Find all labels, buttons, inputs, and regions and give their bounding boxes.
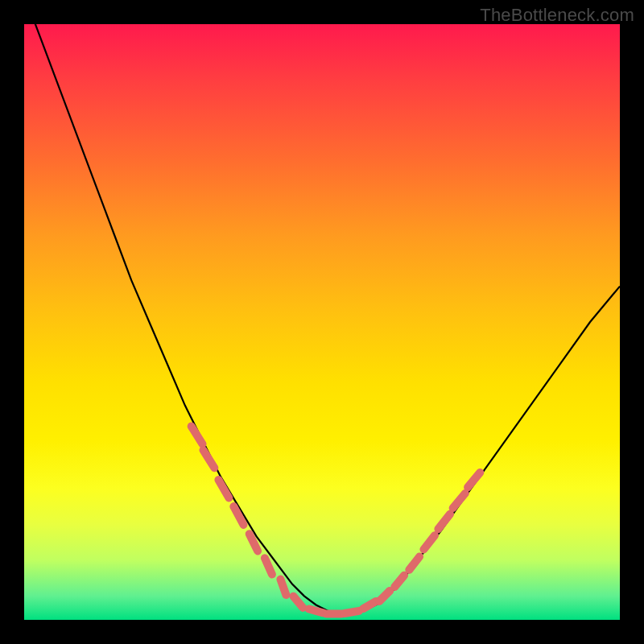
- curve-marker: [204, 450, 215, 468]
- bottleneck-chart: [24, 24, 620, 620]
- curve-marker: [280, 580, 286, 595]
- watermark-text: TheBottleneck.com: [480, 5, 634, 26]
- curve-marker: [468, 473, 480, 487]
- curve-marker: [265, 558, 272, 574]
- marker-layer: [192, 427, 481, 614]
- bottleneck-curve: [24, 0, 620, 614]
- curve-marker: [379, 591, 390, 601]
- curve-marker: [218, 480, 229, 497]
- curve-marker: [363, 601, 376, 609]
- curve-marker: [453, 493, 465, 508]
- curve-marker: [409, 557, 419, 570]
- curve-marker: [345, 611, 359, 613]
- curve-marker: [423, 535, 435, 549]
- curve-marker: [438, 514, 450, 530]
- curve-marker: [192, 427, 203, 444]
- curve-marker: [394, 576, 404, 587]
- curve-marker: [309, 609, 324, 613]
- curve-marker: [294, 597, 303, 608]
- curve-marker: [233, 506, 243, 525]
